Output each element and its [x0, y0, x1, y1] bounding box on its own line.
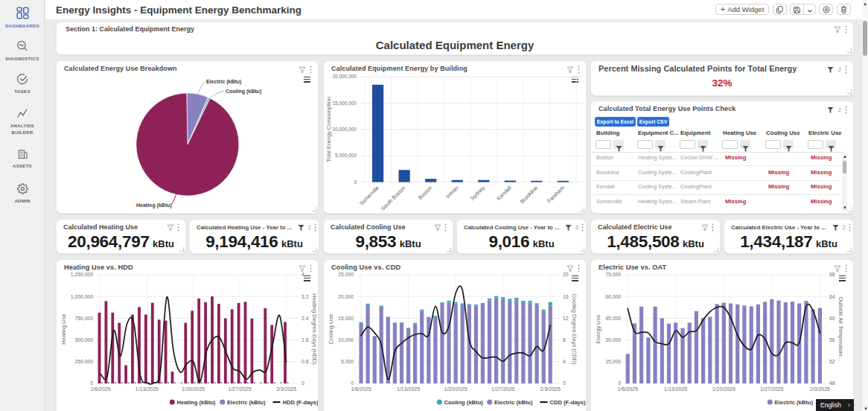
svg-text:Cooling (kBtu): Cooling (kBtu) — [226, 89, 261, 95]
svg-text:1,000,000: 1,000,000 — [71, 294, 93, 299]
svg-text:16: 16 — [563, 294, 569, 299]
svg-text:56: 56 — [829, 337, 835, 342]
svg-text:1/6/2025: 1/6/2025 — [618, 386, 638, 392]
svg-text:Brookline: Brookline — [519, 185, 540, 206]
svg-text:2.4: 2.4 — [301, 316, 309, 321]
svg-text:15,000: 15,000 — [605, 359, 621, 364]
svg-text:20,000,000: 20,000,000 — [332, 74, 357, 79]
svg-text:Fareham: Fareham — [546, 185, 566, 205]
svg-text:64: 64 — [829, 294, 835, 299]
svg-text:Electric (kBtu): Electric (kBtu) — [227, 399, 266, 406]
svg-text:Electric (kBtu): Electric (kBtu) — [494, 399, 533, 406]
svg-text:Outside Air Temperature...: Outside Air Temperature... — [837, 297, 844, 362]
svg-text:60: 60 — [829, 316, 835, 321]
svg-text:1/20/2025: 1/20/2025 — [444, 386, 467, 392]
svg-text:30,000: 30,000 — [605, 337, 621, 342]
svg-text:5,000,000: 5,000,000 — [335, 153, 357, 158]
svg-text:Cooling (kBtu): Cooling (kBtu) — [444, 399, 484, 406]
svg-text:48: 48 — [829, 380, 835, 386]
svg-text:0.8: 0.8 — [301, 359, 309, 364]
svg-text:0: 0 — [301, 380, 304, 386]
svg-text:Heating Degree-Days (HDD): Heating Degree-Days (HDD) — [311, 293, 318, 365]
svg-text:15,000: 15,000 — [338, 316, 354, 321]
svg-text:750,000: 750,000 — [74, 316, 93, 321]
svg-text:Cooling Degree-Days (CDD): Cooling Degree-Days (CDD) — [571, 293, 578, 365]
svg-text:10,000,000: 10,000,000 — [332, 127, 357, 132]
svg-text:60,000: 60,000 — [605, 294, 621, 299]
svg-text:75,000: 75,000 — [605, 272, 621, 277]
svg-text:Electric (kBtu): Electric (kBtu) — [206, 79, 241, 85]
svg-text:1.6: 1.6 — [301, 337, 309, 342]
svg-text:1/13/2025: 1/13/2025 — [135, 386, 159, 392]
svg-text:0: 0 — [351, 380, 354, 386]
svg-text:15,000,000: 15,000,000 — [332, 101, 357, 106]
svg-text:20,000: 20,000 — [338, 294, 354, 299]
svg-text:2/3/2025: 2/3/2025 — [540, 386, 561, 392]
svg-text:1/27/2025: 1/27/2025 — [491, 386, 514, 392]
svg-text:Inman: Inman — [444, 185, 459, 200]
svg-text:5,000: 5,000 — [341, 359, 354, 364]
svg-text:1/13/2025: 1/13/2025 — [664, 386, 687, 392]
svg-text:4: 4 — [563, 359, 566, 364]
svg-text:Electric (kBtu): Electric (kBtu) — [775, 399, 814, 406]
svg-text:250,000: 250,000 — [74, 359, 93, 364]
svg-text:Total Energy Consumption: Total Energy Consumption — [325, 97, 332, 162]
svg-text:1/20/2025: 1/20/2025 — [712, 386, 735, 392]
svg-text:1/20/2025: 1/20/2025 — [182, 386, 205, 392]
svg-text:Heating (kBtu): Heating (kBtu) — [136, 203, 172, 208]
svg-text:52: 52 — [829, 359, 835, 364]
svg-text:1,250,000: 1,250,000 — [71, 272, 93, 277]
svg-text:12: 12 — [563, 316, 569, 321]
svg-text:1/6/2025: 1/6/2025 — [351, 386, 371, 392]
svg-text:Kendall: Kendall — [495, 184, 513, 202]
svg-text:South Boston: South Boston — [380, 185, 407, 212]
svg-text:500,000: 500,000 — [74, 337, 93, 342]
svg-text:25,000: 25,000 — [338, 272, 354, 277]
svg-text:0: 0 — [563, 380, 566, 386]
svg-text:1/13/2025: 1/13/2025 — [397, 386, 420, 392]
svg-text:2/3/2025: 2/3/2025 — [810, 386, 830, 392]
svg-text:1/27/2025: 1/27/2025 — [760, 386, 783, 392]
svg-text:45,000: 45,000 — [605, 316, 621, 321]
svg-text:Boston: Boston — [417, 185, 433, 201]
svg-text:1/27/2025: 1/27/2025 — [229, 386, 252, 392]
svg-text:0: 0 — [618, 380, 621, 386]
svg-text:Heating Use: Heating Use — [60, 313, 67, 344]
svg-text:Sydney: Sydney — [469, 184, 487, 202]
svg-text:20: 20 — [563, 272, 569, 277]
svg-text:CDD (F-days): CDD (F-days) — [550, 399, 587, 406]
svg-text:0: 0 — [90, 380, 93, 386]
svg-text:Somerville: Somerville — [358, 185, 380, 207]
svg-text:10,000: 10,000 — [338, 337, 354, 342]
svg-text:8: 8 — [563, 337, 566, 342]
svg-text:3.2: 3.2 — [301, 294, 309, 299]
svg-text:0: 0 — [354, 179, 357, 185]
svg-text:1/6/2025: 1/6/2025 — [90, 386, 110, 392]
svg-text:Heating (kBtu): Heating (kBtu) — [177, 399, 216, 406]
svg-text:HDD (F-days): HDD (F-days) — [283, 399, 319, 406]
svg-text:Energy Use: Energy Use — [595, 314, 601, 343]
svg-text:2/3/2025: 2/3/2025 — [276, 386, 296, 392]
svg-text:Cooling Use: Cooling Use — [328, 314, 334, 345]
svg-text:4: 4 — [301, 272, 304, 277]
svg-text:68: 68 — [829, 272, 835, 277]
